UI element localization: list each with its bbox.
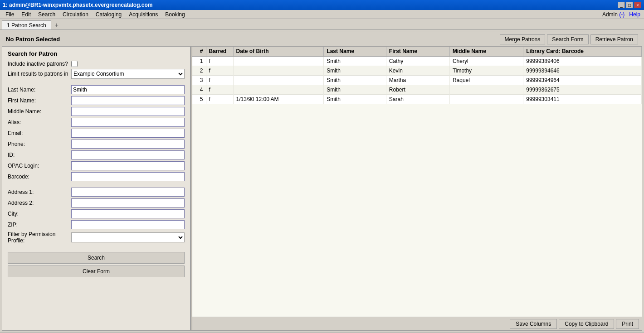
body-area: Search for Patron Include inactive patro…: [2, 47, 642, 330]
last-name-label: Last Name:: [8, 87, 71, 93]
minimize-button[interactable]: _: [618, 2, 625, 8]
cell-middle-name: Cheryl: [449, 56, 523, 66]
alias-label: Alias:: [8, 119, 71, 125]
opac-login-label: OPAC Login:: [8, 163, 71, 169]
cell-barred: f: [206, 76, 233, 85]
zip-row: ZIP:: [8, 220, 185, 229]
phone-row: Phone:: [8, 140, 185, 149]
phone-label: Phone:: [8, 141, 71, 147]
barcode-label: Barcode:: [8, 174, 71, 180]
address2-input[interactable]: [71, 198, 185, 208]
menu-search[interactable]: Search: [34, 10, 59, 19]
filter-permission-select[interactable]: [71, 232, 185, 242]
header-bar: No Patron Selected Merge Patrons Search …: [2, 32, 642, 47]
cell-barred: f: [206, 85, 233, 95]
address1-label: Address 1:: [8, 189, 71, 195]
search-button[interactable]: Search: [8, 252, 185, 264]
cell-dob: [233, 66, 324, 76]
cell-last-name: Smith: [324, 66, 386, 76]
title-bar: 1: admin@BR1-winxpvmfx.phasefx.evergreen…: [0, 0, 644, 10]
id-input[interactable]: [71, 150, 185, 159]
email-input[interactable]: [71, 129, 185, 138]
cell-num: 1: [192, 56, 206, 66]
last-name-input[interactable]: [71, 85, 185, 94]
cell-first-name: Kevin: [386, 66, 449, 76]
print-button[interactable]: Print: [616, 319, 639, 329]
phone-input[interactable]: [71, 140, 185, 149]
alias-row: Alias:: [8, 118, 185, 127]
merge-patrons-button[interactable]: Merge Patrons: [500, 34, 546, 44]
cell-num: 5: [192, 95, 206, 104]
cell-dob: 1/13/90 12:00 AM: [233, 95, 324, 104]
col-header-last-name[interactable]: Last Name: [324, 47, 386, 56]
table-row[interactable]: 3 f Smith Martha Raquel 99999394964: [192, 76, 642, 85]
menu-cataloging[interactable]: Cataloging: [92, 10, 125, 19]
col-header-barred[interactable]: Barred: [206, 47, 233, 56]
include-inactive-checkbox[interactable]: [71, 61, 78, 67]
menu-file[interactable]: File: [2, 10, 18, 19]
barcode-input[interactable]: [71, 172, 185, 181]
col-header-middle-name[interactable]: Middle Name: [449, 47, 523, 56]
cell-library-card: 99999303411: [523, 95, 642, 104]
cell-last-name: Smith: [324, 76, 386, 85]
search-form-button[interactable]: Search Form: [547, 34, 588, 44]
limit-results-label: Limit results to patrons in: [8, 71, 71, 77]
cell-num: 2: [192, 66, 206, 76]
copy-to-clipboard-button[interactable]: Copy to Clipboard: [559, 319, 614, 329]
clear-form-button[interactable]: Clear Form: [8, 265, 185, 277]
col-header-dob[interactable]: Date of Birth: [233, 47, 324, 56]
zip-label: ZIP:: [8, 222, 71, 228]
barcode-row: Barcode:: [8, 172, 185, 181]
cell-barred: f: [206, 95, 233, 104]
menu-acquisitions[interactable]: Acquisitions: [125, 10, 161, 19]
city-input[interactable]: [71, 209, 185, 218]
email-label: Email:: [8, 130, 71, 136]
search-panel: Search for Patron Include inactive patro…: [2, 47, 190, 330]
include-inactive-label: Include inactive patrons?: [8, 61, 71, 67]
id-row: ID:: [8, 150, 185, 159]
cell-num: 4: [192, 85, 206, 95]
table-row[interactable]: 5 f 1/13/90 12:00 AM Smith Sarah 9999930…: [192, 95, 642, 104]
table-row[interactable]: 1 f Smith Cathy Cheryl 99999389406: [192, 56, 642, 66]
city-row: City:: [8, 209, 185, 218]
close-button[interactable]: ×: [634, 2, 641, 8]
address1-input[interactable]: [71, 188, 185, 197]
retrieve-patron-button[interactable]: Retrieve Patron: [590, 34, 638, 44]
help-link[interactable]: Help: [629, 11, 640, 18]
table-row[interactable]: 2 f Smith Kevin Timothy 99999394646: [192, 66, 642, 76]
col-header-library-card[interactable]: Library Card: Barcode: [523, 47, 642, 56]
save-columns-button[interactable]: Save Columns: [510, 319, 557, 329]
patron-search-tab[interactable]: 1 Patron Search: [2, 20, 51, 29]
title-bar-text: 1: admin@BR1-winxpvmfx.phasefx.evergreen…: [3, 2, 152, 8]
first-name-input[interactable]: [71, 96, 185, 105]
results-tbody: 1 f Smith Cathy Cheryl 99999389406 2 f S…: [192, 56, 642, 104]
cell-library-card: 99999389406: [523, 56, 642, 66]
no-patron-label: No Patron Selected: [6, 36, 60, 43]
filter-permission-row: Filter by Permission Profile:: [8, 231, 185, 244]
table-header-row: # Barred Date of Birth Last Name First N…: [192, 47, 642, 56]
cell-middle-name: Raquel: [449, 76, 523, 85]
address1-row: Address 1:: [8, 188, 185, 197]
col-header-num[interactable]: #: [192, 47, 206, 56]
add-tab-button[interactable]: +: [51, 20, 62, 29]
alias-input[interactable]: [71, 118, 185, 127]
middle-name-input[interactable]: [71, 107, 185, 116]
cell-dob: [233, 56, 324, 66]
address2-label: Address 2:: [8, 200, 71, 206]
menu-circulation[interactable]: Circulation: [59, 10, 92, 19]
maximize-button[interactable]: □: [626, 2, 633, 8]
opac-login-input[interactable]: [71, 161, 185, 170]
zip-input[interactable]: [71, 220, 185, 229]
id-label: ID:: [8, 152, 71, 158]
menu-booking[interactable]: Booking: [161, 10, 188, 19]
cell-middle-name: Timothy: [449, 66, 523, 76]
first-name-row: First Name:: [8, 96, 185, 105]
footer-bar: Save Columns Copy to Clipboard Print: [192, 317, 642, 330]
table-row[interactable]: 4 f Smith Robert 99999362675: [192, 85, 642, 95]
cell-first-name: Martha: [386, 76, 449, 85]
cell-last-name: Smith: [324, 95, 386, 104]
menu-edit[interactable]: Edit: [18, 10, 34, 19]
opac-login-row: OPAC Login:: [8, 161, 185, 170]
col-header-first-name[interactable]: First Name: [386, 47, 449, 56]
consortium-select[interactable]: Example Consortium: [71, 69, 185, 79]
